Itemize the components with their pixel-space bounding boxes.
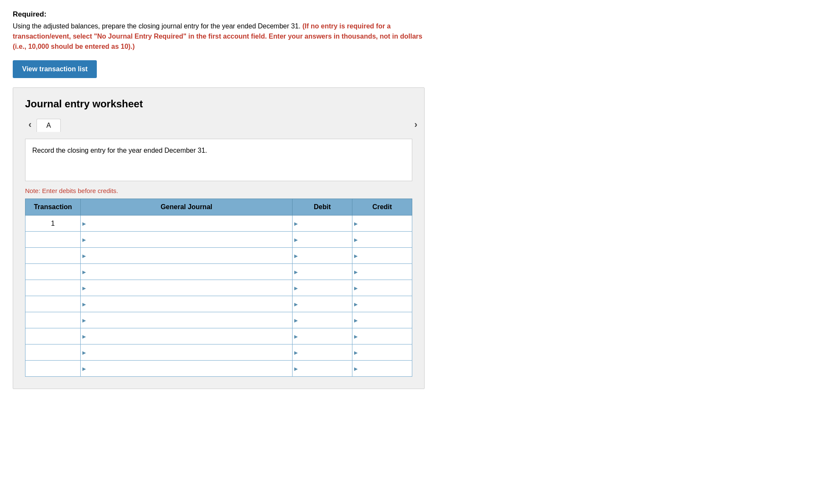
debit-cell-5[interactable] bbox=[293, 280, 352, 296]
general-journal-input-4[interactable] bbox=[83, 268, 290, 275]
debit-input-9[interactable] bbox=[295, 349, 349, 356]
general-journal-input-5[interactable] bbox=[83, 284, 290, 291]
table-row bbox=[25, 232, 412, 248]
general-journal-cell-10[interactable] bbox=[81, 361, 293, 377]
general-journal-input-7[interactable] bbox=[83, 316, 290, 324]
transaction-empty-3 bbox=[25, 248, 81, 264]
table-row bbox=[25, 280, 412, 296]
debit-input-6[interactable] bbox=[295, 300, 349, 308]
debit-input-5[interactable] bbox=[295, 284, 349, 291]
table-row: 1 bbox=[25, 216, 412, 232]
general-journal-cell-7[interactable] bbox=[81, 312, 293, 328]
debit-input-8[interactable] bbox=[295, 333, 349, 340]
credit-cell-6[interactable] bbox=[352, 296, 412, 312]
general-journal-input-8[interactable] bbox=[83, 333, 290, 340]
tab-prev-button[interactable]: ‹ bbox=[25, 118, 35, 132]
credit-cell-8[interactable] bbox=[352, 328, 412, 344]
instructions-plain: Using the adjusted balances, prepare the… bbox=[13, 22, 301, 30]
credit-cell-1[interactable] bbox=[352, 216, 412, 232]
debit-cell-1[interactable] bbox=[293, 216, 352, 232]
debit-cell-6[interactable] bbox=[293, 296, 352, 312]
general-journal-input-10[interactable] bbox=[83, 365, 290, 372]
required-label: Required: bbox=[13, 10, 826, 19]
table-row bbox=[25, 328, 412, 344]
credit-input-3[interactable] bbox=[355, 252, 409, 259]
general-journal-cell-2[interactable] bbox=[81, 232, 293, 248]
debit-cell-9[interactable] bbox=[293, 344, 352, 361]
transaction-empty-9 bbox=[25, 344, 81, 361]
table-row bbox=[25, 344, 412, 361]
table-row bbox=[25, 264, 412, 280]
debit-cell-7[interactable] bbox=[293, 312, 352, 328]
credit-input-4[interactable] bbox=[355, 268, 409, 275]
debit-input-4[interactable] bbox=[295, 268, 349, 275]
credit-cell-7[interactable] bbox=[352, 312, 412, 328]
transaction-empty-6 bbox=[25, 296, 81, 312]
transaction-empty-4 bbox=[25, 264, 81, 280]
general-journal-input-6[interactable] bbox=[83, 300, 290, 308]
debit-input-7[interactable] bbox=[295, 316, 349, 324]
credit-input-6[interactable] bbox=[355, 300, 409, 308]
general-journal-cell-9[interactable] bbox=[81, 344, 293, 361]
table-row bbox=[25, 312, 412, 328]
col-header-general-journal: General Journal bbox=[81, 199, 293, 216]
transaction-empty-8 bbox=[25, 328, 81, 344]
transaction-empty-7 bbox=[25, 312, 81, 328]
table-row bbox=[25, 361, 412, 377]
journal-table: Transaction General Journal Debit Credit… bbox=[25, 199, 412, 377]
credit-input-2[interactable] bbox=[355, 236, 409, 243]
general-journal-cell-6[interactable] bbox=[81, 296, 293, 312]
debit-input-3[interactable] bbox=[295, 252, 349, 259]
debit-input-2[interactable] bbox=[295, 236, 349, 243]
general-journal-input-1[interactable] bbox=[83, 220, 290, 227]
note-text: Note: Enter debits before credits. bbox=[25, 187, 412, 194]
general-journal-cell-5[interactable] bbox=[81, 280, 293, 296]
tab-next-button[interactable]: › bbox=[411, 118, 421, 132]
description-box: Record the closing entry for the year en… bbox=[25, 139, 412, 181]
transaction-empty-10 bbox=[25, 361, 81, 377]
description-text: Record the closing entry for the year en… bbox=[32, 147, 207, 154]
instructions: Using the adjusted balances, prepare the… bbox=[13, 21, 429, 52]
table-row bbox=[25, 296, 412, 312]
debit-cell-3[interactable] bbox=[293, 248, 352, 264]
transaction-empty-5 bbox=[25, 280, 81, 296]
debit-cell-2[interactable] bbox=[293, 232, 352, 248]
general-journal-cell-8[interactable] bbox=[81, 328, 293, 344]
general-journal-cell-3[interactable] bbox=[81, 248, 293, 264]
general-journal-input-3[interactable] bbox=[83, 252, 290, 259]
general-journal-cell-1[interactable] bbox=[81, 216, 293, 232]
debit-input-1[interactable] bbox=[295, 220, 349, 227]
col-header-transaction: Transaction bbox=[25, 199, 81, 216]
col-header-debit: Debit bbox=[293, 199, 352, 216]
credit-cell-5[interactable] bbox=[352, 280, 412, 296]
tabs-nav: ‹ A › bbox=[25, 118, 412, 132]
general-journal-input-2[interactable] bbox=[83, 236, 290, 243]
credit-cell-4[interactable] bbox=[352, 264, 412, 280]
worksheet-title: Journal entry worksheet bbox=[25, 98, 412, 110]
transaction-number-cell: 1 bbox=[25, 216, 81, 232]
debit-input-10[interactable] bbox=[295, 365, 349, 372]
transaction-empty-2 bbox=[25, 232, 81, 248]
table-row bbox=[25, 248, 412, 264]
debit-cell-8[interactable] bbox=[293, 328, 352, 344]
credit-cell-3[interactable] bbox=[352, 248, 412, 264]
credit-input-5[interactable] bbox=[355, 284, 409, 291]
debit-cell-10[interactable] bbox=[293, 361, 352, 377]
credit-input-9[interactable] bbox=[355, 349, 409, 356]
worksheet-container: Journal entry worksheet ‹ A › Record the… bbox=[13, 87, 425, 389]
tab-a[interactable]: A bbox=[37, 119, 61, 132]
credit-cell-10[interactable] bbox=[352, 361, 412, 377]
general-journal-input-9[interactable] bbox=[83, 349, 290, 356]
col-header-credit: Credit bbox=[352, 199, 412, 216]
debit-cell-4[interactable] bbox=[293, 264, 352, 280]
credit-cell-2[interactable] bbox=[352, 232, 412, 248]
credit-cell-9[interactable] bbox=[352, 344, 412, 361]
credit-input-1[interactable] bbox=[355, 220, 409, 227]
credit-input-8[interactable] bbox=[355, 333, 409, 340]
credit-input-10[interactable] bbox=[355, 365, 409, 372]
general-journal-cell-4[interactable] bbox=[81, 264, 293, 280]
view-transaction-button[interactable]: View transaction list bbox=[13, 60, 97, 78]
credit-input-7[interactable] bbox=[355, 316, 409, 324]
